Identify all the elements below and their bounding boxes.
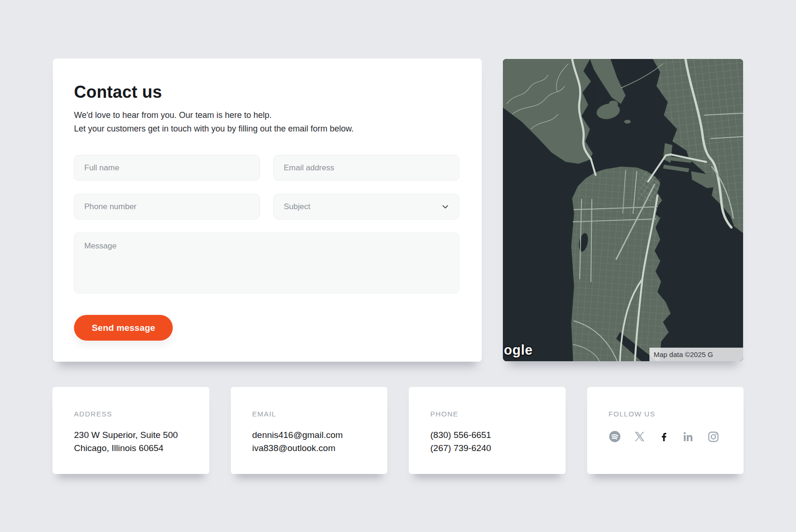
address-label: ADDRESS (74, 410, 189, 418)
email-line-1: dennis416@gmail.com (252, 429, 367, 442)
address-card: ADDRESS 230 W Superior, Suite 500 Chicag… (52, 387, 209, 474)
map-image (503, 59, 743, 361)
facebook-icon[interactable] (658, 431, 670, 442)
page-description: We'd love to hear from you. Our team is … (74, 109, 459, 136)
full-name-input[interactable] (74, 155, 260, 181)
page-title: Contact us (74, 82, 459, 102)
subject-select[interactable]: Subject (273, 194, 459, 219)
map-attribution: Map data ©2025 G (649, 348, 743, 361)
follow-us-card: FOLLOW US (587, 387, 744, 474)
message-textarea[interactable] (74, 233, 459, 293)
phone-line-2: (267) 739-6240 (430, 442, 545, 455)
contact-page: Contact us We'd love to hear from you. O… (0, 0, 796, 532)
email-line-2: iva838@outlook.com (252, 442, 367, 455)
linkedin-icon[interactable] (683, 431, 694, 443)
x-icon[interactable] (634, 431, 645, 442)
social-icons-row (609, 430, 723, 443)
phone-line-1: (830) 556-6651 (430, 429, 545, 442)
address-line-1: 230 W Superior, Suite 500 (74, 429, 189, 442)
phone-label: PHONE (430, 410, 545, 418)
description-line-1: We'd love to hear from you. Our team is … (74, 109, 459, 122)
address-line-2: Chicago, Illinois 60654 (74, 442, 189, 455)
instagram-icon[interactable] (708, 431, 719, 443)
spotify-icon[interactable] (609, 430, 621, 443)
subject-select-wrap: Subject (273, 194, 459, 219)
email-card: EMAIL dennis416@gmail.com iva838@outlook… (231, 387, 388, 474)
contact-form: Subject (74, 155, 459, 293)
description-line-2: Let your customers get in touch with you… (74, 122, 459, 136)
google-logo[interactable]: ogle (504, 343, 533, 358)
map[interactable]: ogle Map data ©2025 G (503, 59, 743, 361)
follow-us-label: FOLLOW US (609, 410, 723, 418)
email-input[interactable] (273, 155, 459, 181)
phone-input[interactable] (74, 194, 260, 219)
send-message-button[interactable]: Send message (74, 315, 173, 341)
email-label: EMAIL (252, 410, 367, 418)
info-card-row: ADDRESS 230 W Superior, Suite 500 Chicag… (52, 387, 744, 474)
phone-card: PHONE (830) 556-6651 (267) 739-6240 (409, 387, 566, 474)
contact-form-card: Contact us We'd love to hear from you. O… (53, 58, 482, 362)
